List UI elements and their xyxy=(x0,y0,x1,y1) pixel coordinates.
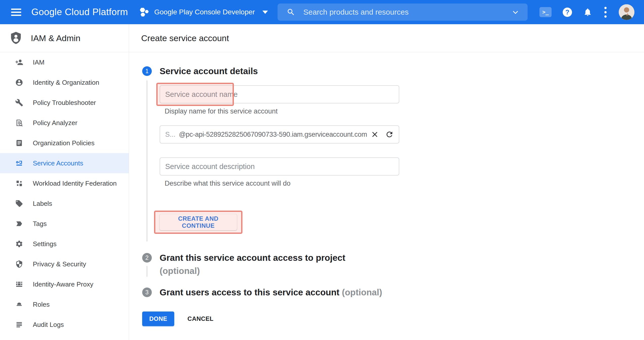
sidebar-item-audit-logs[interactable]: Audit Logs xyxy=(0,315,129,335)
step-1-rail: 1 xyxy=(142,66,152,253)
service-account-id-domain: @pc-api-5289252825067090733-590.iam.gser… xyxy=(179,131,367,138)
notifications-bell-icon[interactable] xyxy=(583,8,592,17)
sidebar-item-label: Tags xyxy=(33,220,47,228)
sidebar-item-label: Identity-Aware Proxy xyxy=(33,280,93,288)
sidebar-item-label: Policy Troubleshooter xyxy=(33,99,96,107)
sidebar-item-organization-policies[interactable]: Organization Policies xyxy=(0,133,129,153)
document-search-icon xyxy=(15,119,23,127)
done-button[interactable]: DONE xyxy=(142,311,174,326)
page-body: IAM & Admin IAM Identity & Organization … xyxy=(0,24,644,340)
step-3-body: Grant users access to this service accou… xyxy=(160,288,382,299)
service-account-id-field[interactable]: S... @pc-api-5289252825067090733-590.iam… xyxy=(160,125,399,144)
step-2: 2 Grant this service account access to p… xyxy=(142,253,644,288)
sidebar-item-settings[interactable]: Settings xyxy=(0,234,129,254)
search-icon xyxy=(287,8,295,16)
search-bar[interactable] xyxy=(278,4,528,21)
project-hexagons-icon xyxy=(140,7,150,17)
sidebar-item-label: Workload Identity Federation xyxy=(33,180,117,187)
hamburger-menu-icon[interactable] xyxy=(11,9,21,16)
sidebar-item-label: Labels xyxy=(33,200,52,208)
avatar[interactable] xyxy=(619,4,634,20)
service-account-name-field[interactable] xyxy=(160,85,399,103)
service-account-key-icon xyxy=(15,159,23,167)
sidebar-item-label: Audit Logs xyxy=(33,321,64,329)
step-2-rail: 2 xyxy=(142,253,152,288)
sidebar-item-labels[interactable]: Labels xyxy=(0,193,129,214)
step-1-title: Service account details xyxy=(160,65,399,78)
help-icon[interactable]: ? xyxy=(563,8,572,17)
step-3-badge: 3 xyxy=(142,288,152,297)
stepper-connector xyxy=(147,80,147,241)
sidebar-header: IAM & Admin xyxy=(0,24,129,52)
search-input[interactable] xyxy=(303,8,511,17)
main-panel: Create service account 1 Service account… xyxy=(129,24,644,340)
step-2-title: Grant this service account access to pro… xyxy=(160,251,345,277)
regenerate-id-button[interactable] xyxy=(385,130,394,139)
header-actions: >_ ? xyxy=(539,0,644,24)
sidebar-item-label: Policy Analyzer xyxy=(33,119,77,127)
project-name: Google Play Console Developer xyxy=(154,8,255,16)
sidebar-item-tags[interactable]: Tags xyxy=(0,214,129,234)
sidebar-item-identity-aware-proxy[interactable]: Identity-Aware Proxy xyxy=(0,274,129,294)
sidebar-item-identity-organization[interactable]: Identity & Organization xyxy=(0,72,129,93)
sidebar-item-label: Settings xyxy=(33,240,57,248)
wrench-icon xyxy=(15,99,23,107)
sidebar-item-policy-troubleshooter[interactable]: Policy Troubleshooter xyxy=(0,93,129,113)
sidebar-title: IAM & Admin xyxy=(31,33,81,43)
gcp-console: Google Cloud Platform Google Play Consol… xyxy=(0,0,644,340)
sidebar-item-iam[interactable]: IAM xyxy=(0,52,129,72)
chevron-down-icon[interactable] xyxy=(511,8,520,17)
list-lines-icon xyxy=(15,321,23,329)
description-field-helper: Describe what this service account will … xyxy=(165,180,399,187)
name-field-helper: Display name for this service account xyxy=(165,107,399,115)
step-2-optional: (optional) xyxy=(160,266,200,276)
close-icon xyxy=(370,130,379,139)
step-1-body: Service account details Display name for… xyxy=(160,66,399,253)
iam-shield-person-icon xyxy=(9,31,23,45)
sidebar-item-label: Service Accounts xyxy=(33,159,83,167)
step-2-badge: 2 xyxy=(142,253,152,263)
sidebar-item-label: Roles xyxy=(33,301,49,308)
label-tag-icon xyxy=(15,200,23,208)
shapes-grid-icon xyxy=(15,179,23,187)
project-selector[interactable]: Google Play Console Developer xyxy=(140,7,268,17)
account-circle-icon xyxy=(15,78,23,87)
service-account-id-value: S... xyxy=(165,131,176,138)
cloud-shell-icon[interactable]: >_ xyxy=(539,7,552,17)
caret-down-icon xyxy=(262,11,268,14)
page-header: Create service account xyxy=(129,24,644,52)
sidebar-item-label: Organization Policies xyxy=(33,139,94,147)
sidebar-item-label: Identity & Organization xyxy=(33,79,99,87)
create-and-continue-button[interactable]: CREATE AND CONTINUE xyxy=(160,214,237,230)
hat-icon xyxy=(15,300,23,308)
document-lines-icon xyxy=(15,139,23,147)
sidebar-item-label: IAM xyxy=(33,59,44,66)
stepper-connector xyxy=(147,266,147,277)
refresh-icon xyxy=(385,130,394,139)
sidebar-item-privacy-security[interactable]: Privacy & Security xyxy=(0,254,129,274)
step-3-optional: (optional) xyxy=(342,287,382,297)
create-service-account-form: 1 Service account details Display name f… xyxy=(129,52,644,336)
shield-half-icon xyxy=(15,260,23,268)
step-3-rail: 3 xyxy=(142,288,152,299)
sidebar: IAM & Admin IAM Identity & Organization … xyxy=(0,24,129,340)
cancel-button[interactable]: CANCEL xyxy=(186,315,215,323)
more-vertical-icon[interactable] xyxy=(603,6,608,19)
step-3: 3 Grant users access to this service acc… xyxy=(142,288,644,299)
sidebar-item-roles[interactable]: Roles xyxy=(0,294,129,315)
form-actions: DONE CANCEL xyxy=(142,311,644,336)
sidebar-item-label: Privacy & Security xyxy=(33,260,86,268)
service-account-description-field[interactable] xyxy=(160,157,399,176)
sidebar-item-policy-analyzer[interactable]: Policy Analyzer xyxy=(0,113,129,133)
step-3-title: Grant users access to this service accou… xyxy=(160,286,382,299)
top-app-bar: Google Cloud Platform Google Play Consol… xyxy=(0,0,644,24)
sidebar-item-workload-identity-federation[interactable]: Workload Identity Federation xyxy=(0,173,129,193)
label-important-icon xyxy=(15,220,23,228)
person-add-icon xyxy=(15,58,23,66)
clear-id-button[interactable] xyxy=(370,130,379,139)
step-2-body: Grant this service account access to pro… xyxy=(160,253,345,277)
gcp-logo[interactable]: Google Cloud Platform xyxy=(31,7,128,17)
sidebar-item-service-accounts[interactable]: Service Accounts xyxy=(0,153,129,173)
proxy-grid-icon xyxy=(15,280,23,288)
gear-icon xyxy=(15,240,23,248)
